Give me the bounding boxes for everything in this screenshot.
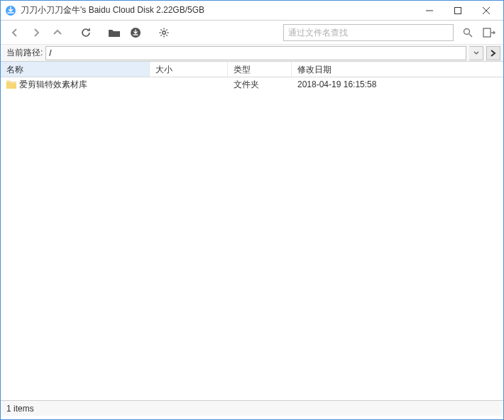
refresh-button[interactable] (76, 23, 96, 43)
close-button[interactable] (472, 1, 500, 20)
search-field-wrap (283, 24, 454, 41)
window-title: 刀刀小刀刀金牛's Baidu Cloud Disk 2.22GB/5GB (21, 4, 415, 16)
path-go-button[interactable] (486, 46, 500, 60)
svg-rect-5 (483, 28, 491, 37)
toolbar (1, 21, 503, 45)
table-row[interactable]: 爱剪辑特效素材库 文件夹 2018-04-19 16:15:58 (1, 77, 503, 92)
col-type[interactable]: 类型 (228, 62, 292, 77)
path-input[interactable] (45, 46, 466, 60)
download-button[interactable] (126, 23, 146, 43)
transfer-button[interactable] (479, 23, 499, 43)
minimize-button[interactable] (415, 1, 444, 20)
path-dropdown-button[interactable] (469, 46, 483, 60)
new-folder-button[interactable] (104, 23, 124, 43)
app-icon (5, 5, 16, 16)
search-button[interactable] (458, 23, 478, 43)
search-input[interactable] (284, 28, 453, 38)
up-button[interactable] (48, 23, 67, 43)
maximize-button[interactable] (444, 1, 472, 20)
titlebar: 刀刀小刀刀金牛's Baidu Cloud Disk 2.22GB/5GB (1, 1, 503, 21)
back-button[interactable] (5, 23, 25, 43)
forward-button[interactable] (26, 23, 46, 43)
path-label: 当前路径: (6, 47, 43, 59)
file-type: 文件夹 (228, 79, 292, 91)
col-size[interactable]: 大小 (150, 62, 228, 77)
svg-point-4 (464, 28, 470, 34)
file-name: 爱剪辑特效素材库 (19, 79, 87, 91)
svg-point-3 (163, 31, 165, 33)
svg-rect-1 (455, 7, 461, 13)
col-modified[interactable]: 修改日期 (292, 62, 503, 77)
settings-button[interactable] (154, 23, 174, 43)
column-headers: 名称 大小 类型 修改日期 (1, 62, 503, 77)
folder-icon (6, 80, 16, 89)
path-row: 当前路径: (1, 45, 503, 62)
file-list: 爱剪辑特效素材库 文件夹 2018-04-19 16:15:58 (1, 77, 503, 400)
file-modified: 2018-04-19 16:15:58 (292, 79, 503, 89)
statusbar: 1 items (1, 400, 503, 416)
status-text: 1 items (6, 404, 34, 414)
col-name[interactable]: 名称 (1, 62, 150, 77)
